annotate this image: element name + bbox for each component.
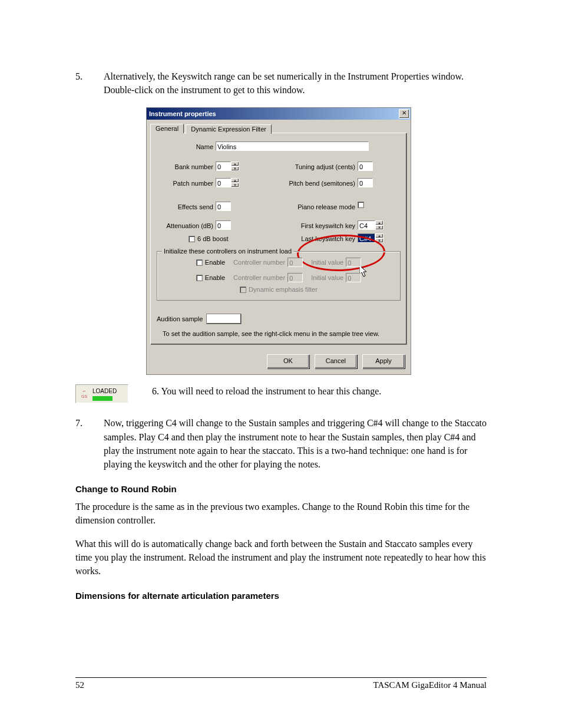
audition-sample-box[interactable] — [206, 314, 242, 324]
step-5-number: 5. — [75, 70, 104, 97]
heading-dimensions: Dimensions for alternate articulation pa… — [75, 591, 487, 601]
patch-number-label: Patch number — [157, 178, 216, 189]
pitch-bend-input[interactable]: 0 — [358, 178, 373, 187]
loaded-badge-label: LOADED — [92, 387, 117, 396]
name-label: Name — [157, 141, 216, 152]
enable-label-1: Enable — [205, 259, 225, 266]
initialize-controllers-group: Initialize these controllers on instrume… — [157, 251, 401, 301]
para-round-robin-1: The procedure is the same as in the prev… — [75, 500, 487, 527]
bank-number-input[interactable]: 0 — [216, 162, 231, 171]
last-keyswitch-label: Last keyswitch key — [286, 233, 358, 244]
controller-number-label-1: Controller number — [233, 259, 285, 266]
step-7: 7. Now, triggering C4 will change to the… — [75, 416, 487, 471]
initial-value-input-2: 0 — [346, 273, 361, 282]
loaded-badge-icon: ⌐GS — [80, 388, 89, 400]
enable-checkbox-1[interactable] — [196, 259, 203, 266]
dynamic-emphasis-filter-label: Dynamic emphasis filter — [249, 286, 318, 293]
tab-dynamic-expression-filter[interactable]: Dynamic Expression Filter — [186, 124, 272, 134]
bank-number-spinner[interactable]: ▲▼ — [231, 162, 239, 171]
first-keyswitch-label: First keyswitch key — [286, 220, 358, 231]
tab-row: General Dynamic Expression Filter — [147, 120, 411, 133]
step-7-text: Now, triggering C4 will change to the Su… — [104, 416, 487, 471]
close-button[interactable]: ✕ — [399, 109, 409, 118]
cancel-button[interactable]: Cancel — [315, 354, 357, 368]
instrument-properties-dialog: Instrument properties ✕ General Dynamic … — [146, 107, 411, 375]
initial-value-label-1: Initial value — [311, 259, 343, 266]
tuning-adjust-label: Tuning adjust (cents) — [286, 162, 358, 172]
last-keyswitch-spinner[interactable]: ▲▼ — [375, 233, 384, 243]
first-keyswitch-spinner[interactable]: ▲▼ — [375, 220, 384, 230]
piano-release-mode-checkbox[interactable] — [358, 202, 364, 208]
pitch-bend-label: Pitch bend (semitones) — [286, 178, 358, 189]
piano-release-mode-label: Piano release mode — [286, 202, 358, 212]
loaded-badge: ⌐GS LOADED — [75, 384, 128, 403]
dialog-titlebar: Instrument properties ✕ — [147, 108, 411, 120]
last-keyswitch-input[interactable]: C#4 — [358, 233, 375, 243]
controller-number-input-2: 0 — [287, 273, 303, 282]
loaded-badge-bar — [92, 396, 113, 401]
six-db-boost-checkbox[interactable] — [189, 236, 195, 242]
dialog-title: Instrument properties — [149, 110, 216, 117]
manual-title: TASCAM GigaEditor 4 Manual — [373, 680, 487, 690]
six-db-boost-label: 6 dB boost — [197, 235, 229, 242]
dialog-button-row: OK Cancel Apply — [147, 348, 411, 374]
enable-checkbox-2[interactable] — [196, 275, 203, 281]
step-6-row: ⌐GS LOADED 6. You will need to reload th… — [75, 384, 487, 403]
page-number: 52 — [75, 680, 84, 690]
enable-label-2: Enable — [205, 274, 225, 281]
heading-round-robin: Change to Round Robin — [75, 484, 487, 494]
apply-button[interactable]: Apply — [362, 354, 405, 368]
tab-general[interactable]: General — [150, 124, 184, 133]
step-5-text: Alternatively, the Keyswitch range can b… — [104, 70, 487, 97]
para-round-robin-2: What this will do is automatically chang… — [75, 537, 487, 578]
audition-sample-label: Audition sample — [157, 314, 206, 324]
effects-send-label: Effects send — [157, 202, 216, 212]
step-6-text: 6. You will need to reload the instrumen… — [152, 384, 487, 398]
six-db-boost-row: 6 dB boost — [189, 233, 229, 244]
patch-number-spinner[interactable]: ▲▼ — [231, 178, 239, 187]
ok-button[interactable]: OK — [267, 354, 309, 368]
attenuation-label: Attenuation (dB) — [157, 220, 216, 231]
first-keyswitch-input[interactable]: C4 — [358, 220, 375, 230]
dynamic-emphasis-filter-checkbox — [240, 286, 246, 293]
audition-sample-hint: To set the audition sample, see the righ… — [163, 330, 401, 337]
name-input[interactable]: Violins — [216, 141, 369, 151]
tab-panel-general: Name Violins Bank number 0 ▲▼ Tuning adj… — [150, 133, 407, 345]
bank-number-label: Bank number — [157, 162, 216, 172]
initial-value-input-1: 0 — [346, 258, 361, 267]
controller-number-label-2: Controller number — [233, 274, 285, 281]
tuning-adjust-input[interactable]: 0 — [358, 162, 373, 171]
attenuation-input[interactable]: 0 — [216, 220, 231, 230]
step-7-number: 7. — [75, 416, 104, 471]
initial-value-label-2: Initial value — [311, 274, 343, 281]
page-footer: 52 TASCAM GigaEditor 4 Manual — [0, 677, 562, 690]
effects-send-input[interactable]: 0 — [216, 202, 231, 211]
initialize-controllers-legend: Initialize these controllers on instrume… — [162, 248, 293, 255]
controller-number-input-1: 0 — [287, 258, 303, 267]
patch-number-input[interactable]: 0 — [216, 178, 231, 187]
step-5: 5. Alternatively, the Keyswitch range ca… — [75, 70, 487, 97]
